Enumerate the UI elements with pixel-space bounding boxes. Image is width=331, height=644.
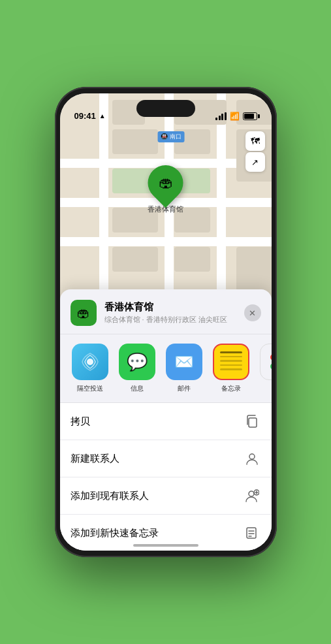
new-contact-label: 新建联系人 — [71, 453, 119, 465]
venue-icon: 🏟 — [71, 300, 97, 326]
add-note-icon — [243, 524, 261, 542]
airdrop-icon — [72, 344, 108, 380]
venue-info: 香港体育馆 综合体育馆 · 香港特别行政区 油尖旺区 — [104, 301, 244, 325]
share-notes[interactable]: 备忘录 — [212, 344, 251, 393]
location-arrow-icon: ▲ — [99, 112, 106, 120]
copy-label: 拷贝 — [71, 415, 90, 428]
share-row: 隔空投送 💬 信息 ✉️ 邮件 — [60, 334, 272, 403]
map-area: 🚇 南口 🗺 ↗ 🏟 香港体育馆 — [60, 93, 272, 309]
venue-header: 🏟 香港体育馆 综合体育馆 · 香港特别行政区 油尖旺区 ✕ — [60, 300, 272, 334]
share-mail[interactable]: ✉️ 邮件 — [165, 344, 204, 393]
add-note-label: 添加到新快速备忘录 — [71, 527, 159, 539]
map-metro-label: 🚇 南口 — [157, 131, 185, 142]
mail-icon: ✉️ — [166, 344, 202, 380]
phone-screen: 09:41 ▲ 📶 — [60, 93, 272, 551]
mail-label: 邮件 — [178, 384, 191, 393]
add-contact-icon — [243, 487, 261, 505]
share-airdrop[interactable]: 隔空投送 — [71, 344, 110, 393]
dynamic-island — [136, 100, 195, 117]
metro-icon: 🚇 — [161, 133, 168, 140]
action-add-contact[interactable]: 添加到现有联系人 — [60, 477, 272, 515]
signal-icon — [215, 112, 227, 120]
action-new-contact[interactable]: 新建联系人 — [60, 440, 272, 477]
share-more[interactable]: 推 — [259, 344, 272, 393]
new-contact-icon — [243, 449, 261, 468]
more-apps-icon — [260, 344, 272, 380]
action-list: 拷贝 新建联系人 — [60, 403, 272, 551]
bottom-sheet: 🏟 香港体育馆 综合体育馆 · 香港特别行政区 油尖旺区 ✕ — [60, 289, 272, 551]
svg-rect-1 — [249, 418, 257, 427]
svg-point-3 — [249, 491, 254, 496]
home-indicator — [133, 544, 198, 547]
notes-label: 备忘录 — [221, 384, 241, 393]
add-contact-label: 添加到现有联系人 — [71, 490, 149, 502]
location-pin: 🏟 香港体育馆 — [148, 165, 183, 214]
svg-point-0 — [87, 359, 93, 365]
map-controls[interactable]: 🗺 ↗ — [245, 131, 265, 172]
messages-icon: 💬 — [119, 344, 155, 380]
notes-app-icon — [213, 344, 249, 380]
svg-point-2 — [249, 454, 255, 459]
location-button[interactable]: ↗ — [245, 152, 265, 172]
copy-icon — [243, 412, 261, 430]
pin-circle: 🏟 — [140, 158, 190, 208]
wifi-icon: 📶 — [230, 112, 240, 121]
action-copy[interactable]: 拷贝 — [60, 403, 272, 440]
close-button[interactable]: ✕ — [244, 304, 261, 321]
status-time: 09:41 ▲ — [74, 111, 106, 121]
airdrop-label: 隔空投送 — [77, 384, 103, 393]
venue-description: 综合体育馆 · 香港特别行政区 油尖旺区 — [104, 315, 244, 325]
status-icons: 📶 — [215, 112, 257, 121]
time-label: 09:41 — [74, 111, 96, 121]
venue-name: 香港体育馆 — [104, 301, 244, 314]
stadium-icon: 🏟 — [159, 174, 173, 191]
messages-label: 信息 — [131, 384, 144, 393]
battery-icon — [243, 112, 257, 120]
share-messages[interactable]: 💬 信息 — [118, 344, 157, 393]
phone-frame: 09:41 ▲ 📶 — [55, 87, 277, 557]
venue-icon-glyph: 🏟 — [77, 306, 90, 321]
map-layers-button[interactable]: 🗺 — [245, 131, 265, 151]
